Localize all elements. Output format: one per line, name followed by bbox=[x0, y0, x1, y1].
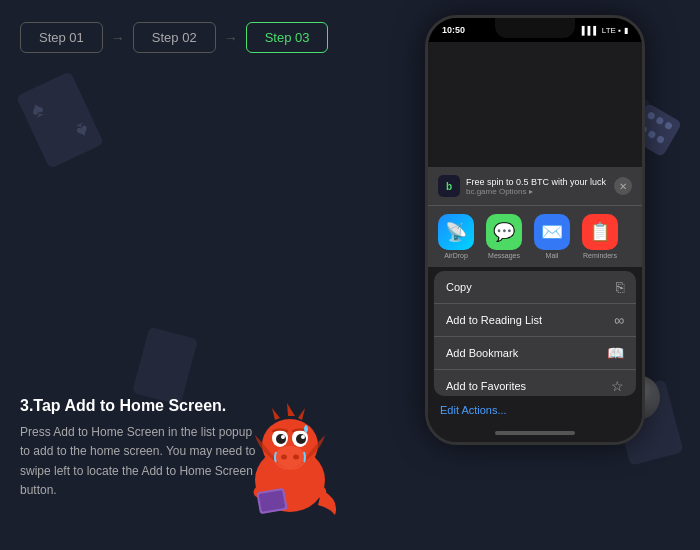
airdrop-icon-item[interactable]: 📡 AirDrop bbox=[434, 214, 478, 259]
share-sheet-header: b Free spin to 0.5 BTC with your luck bc… bbox=[428, 167, 642, 205]
card-suit-icon-br: ♠ bbox=[72, 116, 94, 145]
bookmark-icon: 📖 bbox=[607, 345, 624, 361]
action-favorites[interactable]: Add to Favorites ☆ bbox=[434, 370, 636, 396]
step-1-box[interactable]: Step 01 bbox=[20, 22, 103, 53]
share-actions-list: Copy ⎘ Add to Reading List ∞ Add Bookmar… bbox=[434, 271, 636, 396]
home-indicator bbox=[495, 431, 575, 435]
edit-actions-link[interactable]: Edit Actions... bbox=[428, 396, 642, 424]
svg-marker-11 bbox=[272, 408, 280, 420]
mail-icon-item[interactable]: ✉️ Mail bbox=[530, 214, 574, 259]
svg-marker-12 bbox=[287, 403, 295, 416]
instruction-title: 3.Tap Add to Home Screen. bbox=[20, 397, 260, 415]
status-time: 10:50 bbox=[442, 25, 465, 35]
messages-label: Messages bbox=[488, 252, 520, 259]
step-arrow-1: → bbox=[103, 30, 133, 46]
decorative-card-middle bbox=[132, 327, 198, 406]
decorative-card-topleft: ♠ ♠ bbox=[16, 71, 104, 169]
reminders-icon-item[interactable]: 📋 Reminders bbox=[578, 214, 622, 259]
phone-home-bar bbox=[428, 424, 642, 442]
dice-dot bbox=[655, 116, 665, 126]
svg-point-10 bbox=[293, 455, 299, 460]
step-arrow-2: → bbox=[216, 30, 246, 46]
copy-icon: ⎘ bbox=[616, 279, 624, 295]
card-suit-icon: ♠ bbox=[27, 95, 49, 124]
svg-point-6 bbox=[296, 434, 306, 444]
svg-point-5 bbox=[276, 434, 286, 444]
steps-bar: Step 01 → Step 02 → Step 03 bbox=[20, 22, 328, 53]
dice-dot bbox=[646, 111, 656, 121]
status-icons: ▌▌▌ LTE ▪ ▮ bbox=[582, 26, 628, 35]
phone-screen: 10:50 ▌▌▌ LTE ▪ ▮ b Free spin to 0.5 BTC… bbox=[428, 18, 642, 442]
share-title: Free spin to 0.5 BTC with your luck bbox=[466, 177, 608, 187]
lte-icon: LTE ▪ bbox=[602, 26, 621, 35]
action-copy[interactable]: Copy ⎘ bbox=[434, 271, 636, 304]
phone-browser-area bbox=[428, 42, 642, 167]
step-3-item[interactable]: Step 03 bbox=[246, 22, 329, 53]
reminders-label: Reminders bbox=[583, 252, 617, 259]
airdrop-label: AirDrop bbox=[444, 252, 468, 259]
phone-notch bbox=[495, 18, 575, 38]
svg-point-7 bbox=[281, 435, 285, 439]
airdrop-icon: 📡 bbox=[438, 214, 474, 250]
share-apps-row: 📡 AirDrop 💬 Messages ✉️ Mail 📋 Reminders bbox=[428, 205, 642, 267]
mail-label: Mail bbox=[546, 252, 559, 259]
share-close-button[interactable]: ✕ bbox=[614, 177, 632, 195]
dice-dot bbox=[656, 134, 666, 144]
step-2-item[interactable]: Step 02 bbox=[133, 22, 216, 53]
step-2-box[interactable]: Step 02 bbox=[133, 22, 216, 53]
action-reading-list[interactable]: Add to Reading List ∞ bbox=[434, 304, 636, 337]
instruction-section: 3.Tap Add to Home Screen. Press Add to H… bbox=[20, 397, 260, 500]
phone-mockup: 10:50 ▌▌▌ LTE ▪ ▮ b Free spin to 0.5 BTC… bbox=[425, 15, 645, 445]
favorites-icon: ☆ bbox=[611, 378, 624, 394]
signal-icon: ▌▌▌ bbox=[582, 26, 599, 35]
share-subtitle: bc.game Options ▸ bbox=[466, 187, 608, 196]
svg-marker-13 bbox=[298, 408, 305, 420]
messages-icon: 💬 bbox=[486, 214, 522, 250]
phone-outer: 10:50 ▌▌▌ LTE ▪ ▮ b Free spin to 0.5 BTC… bbox=[425, 15, 645, 445]
dragon-svg bbox=[230, 390, 350, 520]
step-1-item[interactable]: Step 01 bbox=[20, 22, 103, 53]
messages-icon-item[interactable]: 💬 Messages bbox=[482, 214, 526, 259]
svg-point-9 bbox=[281, 455, 287, 460]
battery-icon: ▮ bbox=[624, 26, 628, 35]
share-header-text: Free spin to 0.5 BTC with your luck bc.g… bbox=[466, 177, 608, 196]
mail-icon: ✉️ bbox=[534, 214, 570, 250]
svg-point-8 bbox=[301, 435, 305, 439]
reading-list-icon: ∞ bbox=[614, 312, 624, 328]
action-bookmark[interactable]: Add Bookmark 📖 bbox=[434, 337, 636, 370]
step-3-box[interactable]: Step 03 bbox=[246, 22, 329, 53]
dragon-mascot bbox=[230, 390, 350, 520]
instruction-text: Press Add to Home Screen in the list pop… bbox=[20, 423, 260, 500]
dice-dot bbox=[647, 129, 657, 139]
svg-point-2 bbox=[274, 446, 306, 470]
dice-dot bbox=[664, 121, 674, 131]
app-icon: b bbox=[438, 175, 460, 197]
reminders-icon: 📋 bbox=[582, 214, 618, 250]
